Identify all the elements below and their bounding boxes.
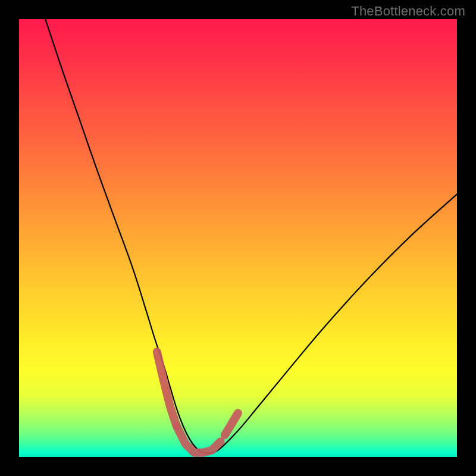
plot-area	[19, 19, 457, 457]
well-highlight-segment	[177, 426, 221, 452]
well-highlight	[157, 352, 238, 452]
bottleneck-curve	[45, 19, 457, 453]
chart-frame: TheBottleneck.com	[0, 0, 476, 476]
well-highlight-segment	[157, 352, 177, 426]
well-highlight-segment	[225, 413, 238, 435]
watermark-text: TheBottleneck.com	[351, 4, 465, 19]
curve-svg	[19, 19, 457, 457]
